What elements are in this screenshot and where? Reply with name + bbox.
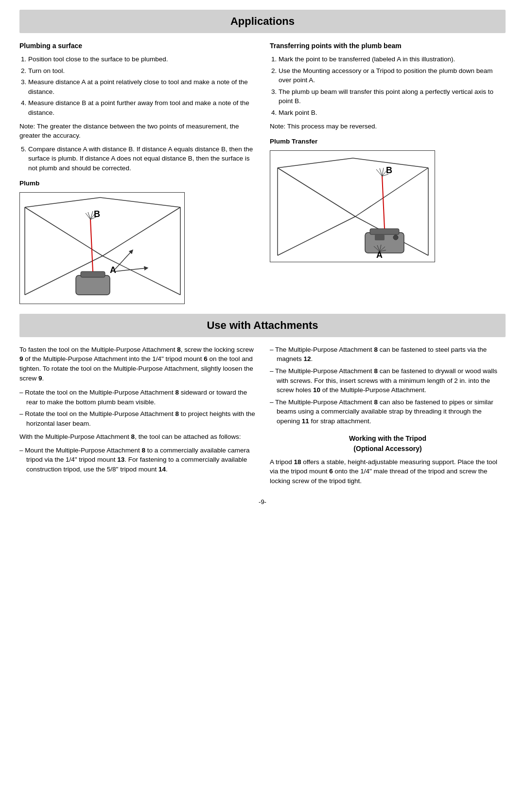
attachments-section: Use with Attachments To fasten the tool … [19, 314, 506, 486]
svg-rect-29 [370, 229, 399, 235]
attach-text-1: To fasten the tool on the Multiple-Purpo… [19, 346, 177, 353]
attachments-bullets-2: Mount the Multiple-Purpose Attachment 8 … [19, 446, 255, 474]
plumbing-step-2: Turn on tool. [28, 66, 255, 76]
attach-text-5: . [42, 375, 44, 382]
transferring-step-4: Mark point B. [279, 108, 506, 118]
attach-bullet-1: Rotate the tool on the Multiple-Purpose … [19, 388, 255, 407]
applications-header: Applications [19, 10, 506, 33]
attachments-right-column: The Multiple-Purpose Attachment 8 can be… [270, 345, 506, 486]
svg-rect-30 [375, 235, 385, 240]
attachments-bullets-1: Rotate the tool on the Multiple-Purpose … [19, 388, 255, 428]
attach-text-3: of the Multiple-Purpose Attachment into … [23, 355, 204, 362]
svg-line-7 [100, 198, 180, 207]
svg-point-31 [393, 235, 398, 240]
attach-bold-2: 9 [19, 355, 23, 362]
attach-right-bullet-2: The Multiple-Purpose Attachment 8 can be… [270, 366, 506, 395]
attach-bold-1: 8 [177, 346, 181, 353]
svg-line-10 [90, 219, 93, 271]
transferring-points-column: Transferring points with the plumb beam … [270, 41, 506, 304]
attach-right-bullet-3: The Multiple-Purpose Attachment 8 can al… [270, 397, 506, 426]
plumbing-surface-title: Plumbing a surface [19, 41, 255, 51]
plumb-transfer-diagram: B A [270, 150, 435, 262]
transferring-title: Transferring points with the plumb beam [270, 41, 506, 51]
plumbing-step-5: Compare distance A with distance B. If d… [28, 144, 255, 173]
svg-line-19 [115, 268, 146, 271]
plumbing-surface-column: Plumbing a surface Position tool close t… [19, 41, 255, 304]
plumb-transfer-svg: B A [270, 151, 435, 262]
applications-columns: Plumbing a surface Position tool close t… [19, 41, 506, 304]
page-number: -9- [19, 498, 506, 507]
plumb-transfer-diagram-container: Plumb Transfer [270, 137, 506, 262]
plumbing-steps: Position tool close to the surface to be… [28, 54, 255, 117]
attachments-columns: To fasten the tool on the Multiple-Purpo… [19, 345, 506, 486]
plumb-diagram-label: Plumb [19, 179, 255, 188]
attachments-intro-para: To fasten the tool on the Multiple-Purpo… [19, 345, 255, 383]
svg-line-22 [278, 168, 355, 217]
plumbing-note: Note: The greater the distance between t… [19, 122, 255, 141]
attachments-header: Use with Attachments [19, 314, 506, 337]
plumb-diagram-container: Plumb [19, 179, 255, 304]
attach-text-2: , screw the locking screw [181, 346, 254, 353]
attach-right-bullet-1: The Multiple-Purpose Attachment 8 can be… [270, 345, 506, 364]
attach-para-2: With the Multiple-Purpose Attachment 8, … [19, 432, 255, 442]
attachments-right-bullets: The Multiple-Purpose Attachment 8 can be… [270, 345, 506, 426]
attach-bold-3: 6 [204, 355, 208, 362]
svg-line-12 [86, 213, 90, 219]
svg-line-18 [115, 251, 132, 270]
working-text-para: A tripod 18 offers a stable, height-adju… [270, 457, 506, 486]
plumbing-step-4: Measure distance B at a point further aw… [28, 98, 255, 117]
attachments-left-column: To fasten the tool on the Multiple-Purpo… [19, 345, 255, 486]
plumbing-step-3: Measure distance A at a point relatively… [28, 77, 255, 96]
attach-bullet-2: Rotate the tool on the Multiple-Purpose … [19, 409, 255, 428]
applications-section: Applications Plumbing a surface Position… [19, 10, 506, 304]
transferring-step-2: Use the Mounting accessory or a Tripod t… [279, 66, 506, 85]
svg-text:A: A [110, 265, 116, 275]
plumb-diagram: B A [19, 192, 185, 304]
transferring-step-1: Mark the point to be transferred (labele… [279, 54, 506, 64]
plumbing-step-1: Position tool close to the surface to be… [28, 54, 255, 64]
transferring-steps: Mark the point to be transferred (labele… [279, 54, 506, 117]
svg-line-6 [25, 198, 100, 207]
svg-line-20 [278, 217, 355, 255]
plumb-svg: B A [20, 193, 185, 304]
attach-bullet-3: Mount the Multiple-Purpose Attachment 8 … [19, 446, 255, 474]
plumbing-steps-cont: Compare distance A with distance B. If d… [28, 144, 255, 173]
svg-line-1 [103, 256, 180, 295]
svg-line-3 [103, 207, 180, 256]
svg-line-32 [382, 175, 385, 229]
transferring-step-3: The plumb up beam will transfer this poi… [279, 87, 506, 106]
svg-rect-9 [81, 271, 105, 277]
attach-bold-4: 9 [38, 375, 42, 382]
transferring-note: Note: This process may be reversed. [270, 122, 506, 131]
svg-line-23 [355, 168, 428, 217]
plumb-transfer-label: Plumb Transfer [270, 137, 506, 146]
svg-rect-8 [76, 275, 110, 295]
svg-line-13 [88, 212, 90, 219]
working-title: Working with the Tripod (Optional Access… [270, 433, 506, 453]
svg-line-26 [278, 158, 353, 168]
